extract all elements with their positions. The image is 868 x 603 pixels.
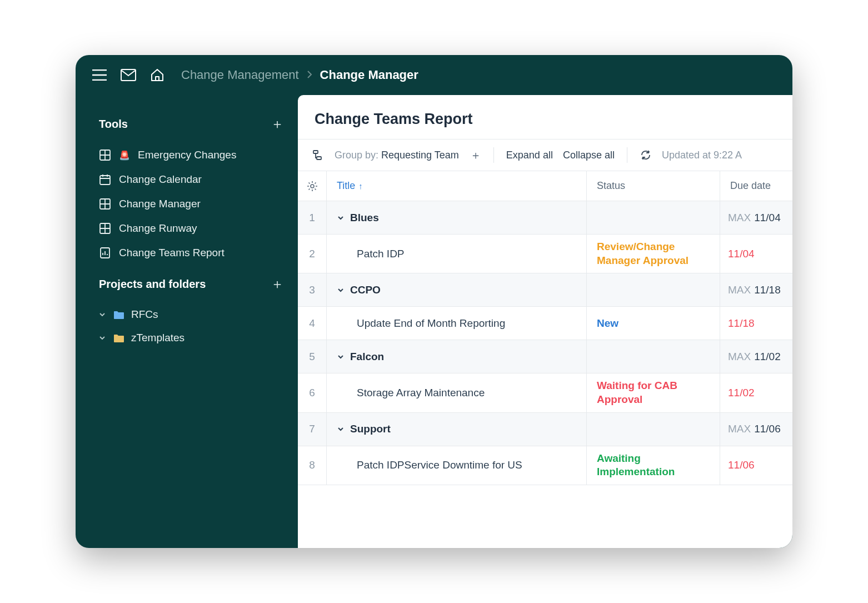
table-group-row[interactable]: 1BluesMAX11/04	[298, 201, 792, 235]
row-status-cell: New	[587, 307, 720, 340]
add-project-button[interactable]: ＋	[270, 275, 285, 293]
groupby-value[interactable]: Requesting Team	[381, 149, 459, 161]
sidebar-item-label: Change Calendar	[119, 173, 202, 186]
sidebar-item-label: Change Manager	[119, 198, 201, 210]
row-status-cell	[587, 413, 720, 446]
sidebar-folder-rfcs[interactable]: RFCs	[99, 303, 285, 326]
row-title-cell: Storage Array Maintenance	[327, 373, 587, 412]
sidebar: Tools ＋ 🚨 Emergency Changes Change Calen…	[76, 95, 298, 548]
chevron-down-icon[interactable]	[337, 214, 346, 222]
due-prefix: MAX	[728, 212, 751, 224]
sidebar-section-label: Projects and folders	[99, 278, 206, 291]
sidebar-item-label: Emergency Changes	[138, 149, 236, 161]
row-title-cell: Patch IDPService Downtime for US	[327, 446, 587, 485]
table-row[interactable]: 4Update End of Month ReportingNew11/18	[298, 307, 792, 340]
table-group-row[interactable]: 3CCPOMAX11/18	[298, 273, 792, 307]
folder-icon	[113, 310, 124, 319]
sidebar-section-tools: Tools ＋	[99, 115, 285, 133]
row-number: 7	[298, 413, 327, 446]
groupby-label: Group by:	[335, 149, 378, 161]
row-number: 2	[298, 235, 327, 273]
chevron-down-icon[interactable]	[337, 425, 346, 433]
due-prefix: MAX	[728, 351, 751, 363]
folder-icon	[113, 333, 124, 342]
column-header-due[interactable]: Due date	[720, 171, 792, 201]
row-number: 3	[298, 273, 327, 306]
updated-timestamp: Updated at 9:22 A	[662, 149, 742, 161]
table-row[interactable]: 2Patch IDPReview/Change Manager Approval…	[298, 235, 792, 273]
row-status-cell: Review/Change Manager Approval	[587, 235, 720, 273]
row-status-cell: Awaiting Implementation	[587, 446, 720, 485]
row-due-cell: MAX11/04	[720, 201, 792, 234]
row-title-cell: Support	[327, 413, 587, 446]
add-groupby-button[interactable]: ＋	[470, 148, 481, 163]
table-row[interactable]: 6Storage Array MaintenanceWaiting for CA…	[298, 373, 792, 412]
sidebar-item-change-teams-report[interactable]: Change Teams Report	[99, 241, 285, 265]
table-group-row[interactable]: 5FalconMAX11/02	[298, 340, 792, 373]
row-due-cell: MAX11/18	[720, 273, 792, 306]
breadcrumb-parent[interactable]: Change Management	[181, 68, 299, 82]
report-icon	[99, 247, 111, 259]
item-title[interactable]: Patch IDP	[357, 248, 405, 260]
table-body: 1BluesMAX11/042Patch IDPReview/Change Ma…	[298, 201, 792, 485]
svg-rect-7	[317, 157, 321, 160]
sidebar-section-label: Tools	[99, 118, 128, 131]
row-title-cell: CCPO	[327, 273, 587, 306]
chevron-down-icon[interactable]	[337, 286, 346, 294]
content: Tools ＋ 🚨 Emergency Changes Change Calen…	[76, 95, 792, 548]
add-tool-button[interactable]: ＋	[270, 115, 285, 133]
sidebar-item-change-runway[interactable]: Change Runway	[99, 216, 285, 241]
row-status-cell: Waiting for CAB Approval	[587, 373, 720, 412]
chevron-right-icon	[307, 68, 312, 82]
chevron-down-icon[interactable]	[337, 353, 346, 361]
sidebar-folder-label: RFCs	[131, 308, 158, 321]
divider	[493, 147, 494, 163]
svg-rect-2	[100, 176, 110, 185]
expand-all-button[interactable]: Expand all	[506, 149, 553, 161]
table-row[interactable]: 8Patch IDPService Downtime for USAwaitin…	[298, 446, 792, 485]
row-title-cell: Update End of Month Reporting	[327, 307, 587, 340]
svg-point-8	[311, 185, 314, 188]
row-title-cell: Falcon	[327, 340, 587, 373]
chevron-down-icon	[99, 332, 107, 344]
item-title[interactable]: Storage Array Maintenance	[357, 387, 485, 399]
sidebar-folder-label: zTemplates	[131, 332, 184, 344]
structure-icon[interactable]	[312, 149, 325, 161]
item-title[interactable]: Patch IDPService Downtime for US	[357, 459, 522, 471]
sidebar-item-label: Change Teams Report	[119, 247, 225, 259]
row-status-cell	[587, 340, 720, 373]
row-status-cell	[587, 273, 720, 306]
sidebar-item-label: Change Runway	[119, 222, 197, 235]
emoji-icon: 🚨	[119, 150, 130, 161]
svg-rect-6	[313, 151, 318, 153]
grid-icon	[99, 198, 111, 210]
row-due-cell: 11/06	[720, 446, 792, 485]
sidebar-item-change-calendar[interactable]: Change Calendar	[99, 167, 285, 192]
mail-icon[interactable]	[120, 67, 137, 83]
refresh-icon[interactable]	[640, 149, 652, 161]
sidebar-item-change-manager[interactable]: Change Manager	[99, 192, 285, 216]
column-header-status[interactable]: Status	[587, 171, 720, 201]
due-date: 11/02	[728, 387, 755, 399]
topbar: Change Management Change Manager	[76, 55, 792, 95]
row-due-cell: MAX11/06	[720, 413, 792, 446]
row-due-cell: MAX11/02	[720, 340, 792, 373]
page-title: Change Teams Report	[298, 95, 792, 139]
table-header: Title ↑ Status Due date	[298, 171, 792, 201]
group-name: Support	[350, 423, 391, 435]
table-settings-button[interactable]	[298, 171, 327, 201]
column-header-title[interactable]: Title ↑	[327, 171, 587, 201]
collapse-all-button[interactable]: Collapse all	[563, 149, 615, 161]
row-number: 5	[298, 340, 327, 373]
sort-ascending-icon: ↑	[358, 181, 363, 191]
home-icon[interactable]	[149, 67, 166, 83]
hamburger-icon[interactable]	[91, 67, 108, 83]
toolbar: Group by: Requesting Team ＋ Expand all C…	[298, 139, 792, 171]
table-group-row[interactable]: 7SupportMAX11/06	[298, 413, 792, 446]
due-date: 11/06	[728, 459, 755, 471]
sidebar-item-emergency-changes[interactable]: 🚨 Emergency Changes	[99, 143, 285, 167]
sidebar-folder-ztemplates[interactable]: zTemplates	[99, 326, 285, 350]
item-title[interactable]: Update End of Month Reporting	[357, 317, 505, 330]
row-due-cell: 11/18	[720, 307, 792, 340]
chevron-down-icon	[99, 308, 107, 321]
